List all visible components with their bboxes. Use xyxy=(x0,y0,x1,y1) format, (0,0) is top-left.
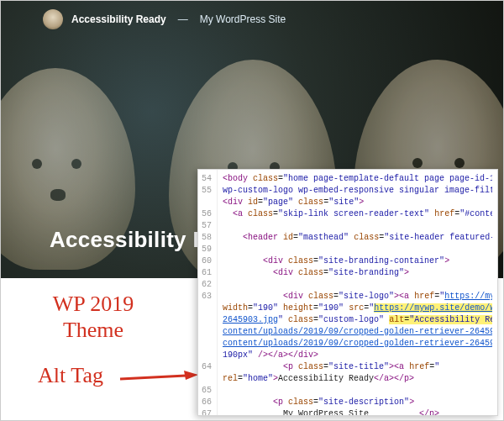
devtools-source-panel[interactable]: 545556575859606162636465666768697071 <bo… xyxy=(197,169,498,416)
svg-line-0 xyxy=(120,376,186,379)
site-title[interactable]: Accessibility Ready xyxy=(71,13,166,25)
site-header-bar: Accessibility Ready — My WordPress Site xyxy=(43,9,286,29)
annotation-alt-label: Alt Tag xyxy=(24,362,117,388)
site-tagline: My WordPress Site xyxy=(200,13,286,25)
source-code[interactable]: <body class="home page-template-default … xyxy=(218,170,497,415)
site-logo-icon[interactable] xyxy=(43,9,63,29)
annotation-theme-label: WP 2019 Theme xyxy=(22,291,165,343)
annotation-arrow-icon xyxy=(118,371,198,387)
svg-marker-1 xyxy=(184,371,198,380)
line-number-gutter: 545556575859606162636465666768697071 xyxy=(198,170,218,415)
